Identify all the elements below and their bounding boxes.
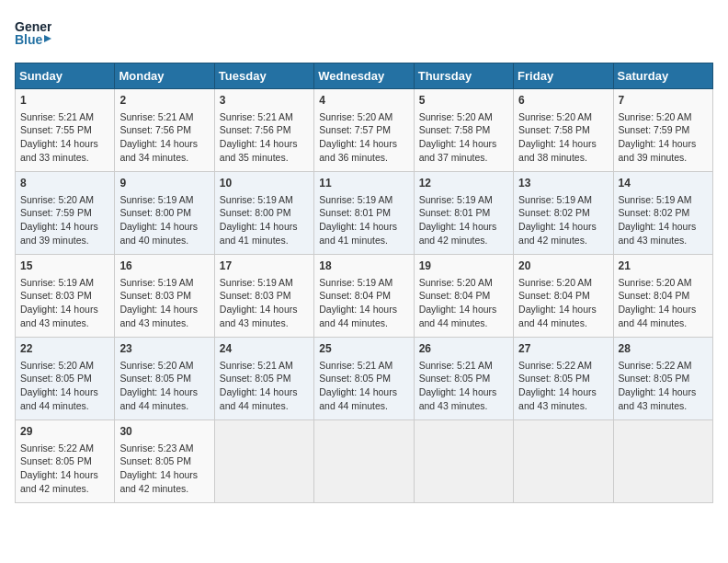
calendar-header-row: SundayMondayTuesdayWednesdayThursdayFrid… [16, 63, 713, 89]
day-number: 27 [518, 341, 608, 357]
calendar-cell: 17Sunrise: 5:19 AMSunset: 8:03 PMDayligh… [214, 255, 313, 338]
page-header: General Blue [15, 15, 713, 55]
day-info: Sunrise: 5:20 AMSunset: 8:05 PMDaylight:… [119, 359, 209, 413]
svg-text:Blue: Blue [15, 32, 43, 47]
calendar-cell: 1Sunrise: 5:21 AMSunset: 7:55 PMDaylight… [16, 89, 115, 172]
calendar-cell: 9Sunrise: 5:19 AMSunset: 8:00 PMDaylight… [115, 172, 214, 255]
day-info: Sunrise: 5:19 AMSunset: 8:00 PMDaylight:… [220, 193, 309, 247]
calendar-cell: 15Sunrise: 5:19 AMSunset: 8:03 PMDayligh… [16, 255, 115, 338]
svg-marker-2 [44, 35, 51, 42]
day-info: Sunrise: 5:20 AMSunset: 8:04 PMDaylight:… [518, 276, 608, 330]
logo-icon: General Blue [15, 15, 51, 55]
calendar-cell [514, 420, 613, 503]
calendar-cell: 13Sunrise: 5:19 AMSunset: 8:02 PMDayligh… [514, 172, 613, 255]
day-info: Sunrise: 5:19 AMSunset: 8:02 PMDaylight:… [619, 193, 708, 247]
day-number: 22 [20, 341, 109, 357]
calendar-cell: 11Sunrise: 5:19 AMSunset: 8:01 PMDayligh… [314, 172, 414, 255]
calendar-cell: 2Sunrise: 5:21 AMSunset: 7:56 PMDaylight… [115, 89, 214, 172]
day-number: 9 [119, 176, 209, 191]
calendar-cell: 26Sunrise: 5:21 AMSunset: 8:05 PMDayligh… [414, 338, 513, 420]
calendar-cell: 3Sunrise: 5:21 AMSunset: 7:56 PMDaylight… [214, 89, 313, 172]
day-number: 21 [619, 259, 708, 274]
day-number: 10 [220, 176, 309, 191]
calendar-cell: 22Sunrise: 5:20 AMSunset: 8:05 PMDayligh… [16, 338, 115, 420]
day-header-friday: Friday [514, 63, 613, 89]
calendar-week-row: 22Sunrise: 5:20 AMSunset: 8:05 PMDayligh… [16, 338, 713, 420]
day-header-sunday: Sunday [16, 63, 115, 89]
day-info: Sunrise: 5:22 AMSunset: 8:05 PMDaylight:… [20, 442, 109, 496]
calendar-table: SundayMondayTuesdayWednesdayThursdayFrid… [15, 63, 713, 503]
day-info: Sunrise: 5:22 AMSunset: 8:05 PMDaylight:… [619, 359, 708, 413]
day-number: 14 [619, 176, 708, 191]
day-info: Sunrise: 5:23 AMSunset: 8:05 PMDaylight:… [119, 442, 209, 496]
calendar-cell [214, 420, 313, 503]
day-info: Sunrise: 5:21 AMSunset: 8:05 PMDaylight:… [319, 359, 408, 413]
calendar-cell: 24Sunrise: 5:21 AMSunset: 8:05 PMDayligh… [214, 338, 313, 420]
calendar-cell: 27Sunrise: 5:22 AMSunset: 8:05 PMDayligh… [514, 338, 613, 420]
day-number: 18 [319, 259, 408, 274]
day-info: Sunrise: 5:19 AMSunset: 8:03 PMDaylight:… [119, 276, 209, 330]
day-number: 3 [220, 93, 309, 109]
day-number: 8 [20, 176, 109, 191]
day-number: 2 [119, 93, 209, 109]
day-info: Sunrise: 5:19 AMSunset: 8:03 PMDaylight:… [20, 276, 109, 330]
day-number: 25 [319, 341, 408, 357]
day-info: Sunrise: 5:20 AMSunset: 8:04 PMDaylight:… [619, 276, 708, 330]
day-info: Sunrise: 5:21 AMSunset: 7:56 PMDaylight:… [119, 110, 209, 165]
day-number: 15 [20, 259, 109, 274]
day-info: Sunrise: 5:21 AMSunset: 8:05 PMDaylight:… [419, 359, 508, 413]
calendar-cell: 18Sunrise: 5:19 AMSunset: 8:04 PMDayligh… [314, 255, 414, 338]
calendar-cell: 29Sunrise: 5:22 AMSunset: 8:05 PMDayligh… [16, 420, 115, 503]
calendar-cell [314, 420, 414, 503]
calendar-cell: 16Sunrise: 5:19 AMSunset: 8:03 PMDayligh… [115, 255, 214, 338]
day-number: 24 [220, 341, 309, 357]
calendar-cell: 30Sunrise: 5:23 AMSunset: 8:05 PMDayligh… [115, 420, 214, 503]
calendar-cell: 12Sunrise: 5:19 AMSunset: 8:01 PMDayligh… [414, 172, 513, 255]
calendar-cell [414, 420, 513, 503]
day-header-wednesday: Wednesday [314, 63, 414, 89]
day-number: 16 [119, 259, 209, 274]
day-number: 1 [20, 93, 109, 109]
day-info: Sunrise: 5:22 AMSunset: 8:05 PMDaylight:… [518, 359, 608, 413]
day-header-thursday: Thursday [414, 63, 513, 89]
day-info: Sunrise: 5:20 AMSunset: 7:59 PMDaylight:… [619, 110, 708, 165]
day-number: 23 [119, 341, 209, 357]
calendar-cell: 19Sunrise: 5:20 AMSunset: 8:04 PMDayligh… [414, 255, 513, 338]
day-number: 6 [518, 93, 608, 109]
day-info: Sunrise: 5:19 AMSunset: 8:01 PMDaylight:… [419, 193, 508, 247]
day-info: Sunrise: 5:19 AMSunset: 8:02 PMDaylight:… [518, 193, 608, 247]
calendar-cell: 6Sunrise: 5:20 AMSunset: 7:58 PMDaylight… [514, 89, 613, 172]
calendar-cell: 5Sunrise: 5:20 AMSunset: 7:58 PMDaylight… [414, 89, 513, 172]
day-info: Sunrise: 5:20 AMSunset: 7:59 PMDaylight:… [20, 193, 109, 247]
calendar-cell: 14Sunrise: 5:19 AMSunset: 8:02 PMDayligh… [613, 172, 712, 255]
day-header-monday: Monday [115, 63, 214, 89]
day-header-saturday: Saturday [613, 63, 712, 89]
day-number: 29 [20, 424, 109, 440]
calendar-cell: 20Sunrise: 5:20 AMSunset: 8:04 PMDayligh… [514, 255, 613, 338]
day-info: Sunrise: 5:20 AMSunset: 8:04 PMDaylight:… [419, 276, 508, 330]
day-info: Sunrise: 5:19 AMSunset: 8:01 PMDaylight:… [319, 193, 408, 247]
day-number: 26 [419, 341, 508, 357]
day-info: Sunrise: 5:19 AMSunset: 8:00 PMDaylight:… [119, 193, 209, 247]
calendar-cell: 4Sunrise: 5:20 AMSunset: 7:57 PMDaylight… [314, 89, 414, 172]
day-number: 11 [319, 176, 408, 191]
calendar-cell: 7Sunrise: 5:20 AMSunset: 7:59 PMDaylight… [613, 89, 712, 172]
logo: General Blue [15, 15, 51, 55]
calendar-cell: 25Sunrise: 5:21 AMSunset: 8:05 PMDayligh… [314, 338, 414, 420]
day-info: Sunrise: 5:19 AMSunset: 8:03 PMDaylight:… [220, 276, 309, 330]
day-number: 17 [220, 259, 309, 274]
day-info: Sunrise: 5:20 AMSunset: 7:58 PMDaylight:… [518, 110, 608, 165]
calendar-week-row: 15Sunrise: 5:19 AMSunset: 8:03 PMDayligh… [16, 255, 713, 338]
calendar-cell: 23Sunrise: 5:20 AMSunset: 8:05 PMDayligh… [115, 338, 214, 420]
day-number: 12 [419, 176, 508, 191]
day-info: Sunrise: 5:20 AMSunset: 7:57 PMDaylight:… [319, 110, 408, 165]
calendar-week-row: 29Sunrise: 5:22 AMSunset: 8:05 PMDayligh… [16, 420, 713, 503]
day-number: 7 [619, 93, 708, 109]
calendar-cell: 21Sunrise: 5:20 AMSunset: 8:04 PMDayligh… [613, 255, 712, 338]
day-info: Sunrise: 5:21 AMSunset: 7:55 PMDaylight:… [20, 110, 109, 165]
day-number: 19 [419, 259, 508, 274]
day-number: 20 [518, 259, 608, 274]
day-number: 4 [319, 93, 408, 109]
calendar-cell: 10Sunrise: 5:19 AMSunset: 8:00 PMDayligh… [214, 172, 313, 255]
calendar-cell: 8Sunrise: 5:20 AMSunset: 7:59 PMDaylight… [16, 172, 115, 255]
